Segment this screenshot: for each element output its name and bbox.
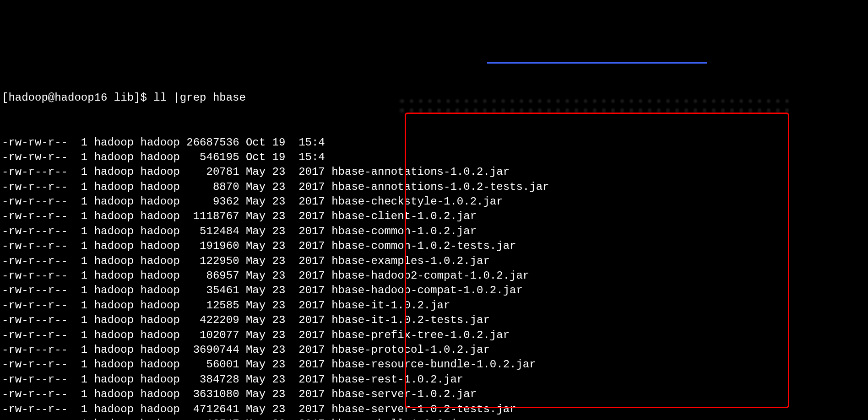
file-permissions: -rw-r--r--	[2, 418, 68, 420]
file-row: -rw-r--r-- 1 hadoop hadoop 35461 May 23 …	[2, 283, 866, 298]
file-group: hadoop	[134, 210, 180, 222]
file-permissions: -rw-r--r--	[2, 210, 68, 222]
file-owner: hadoop	[87, 418, 134, 420]
file-row: -rw-r--r-- 1 hadoop hadoop 12585 May 23 …	[2, 298, 866, 313]
file-month: May	[239, 388, 266, 400]
file-day: 23	[266, 225, 285, 237]
file-name: hbase-annotations-1.0.2-tests.jar	[325, 181, 549, 193]
file-owner: hadoop	[87, 269, 134, 282]
file-row: -rw-r--r-- 1 hadoop hadoop 191960 May 23…	[2, 239, 866, 253]
file-group: hadoop	[134, 166, 180, 178]
file-permissions: -rw-r--r--	[2, 195, 68, 208]
file-size: 422209	[180, 314, 239, 326]
file-day: 23	[266, 373, 285, 386]
file-links: 1	[68, 314, 87, 326]
file-owner: hadoop	[87, 195, 134, 208]
file-size: 12585	[180, 299, 239, 312]
file-day: 23	[266, 314, 285, 326]
file-day: 19	[266, 136, 285, 149]
file-permissions: -rw-r--r--	[2, 299, 68, 312]
terminal-output: [hadoop@hadoop16 lib]$ ll |grep hbase -r…	[2, 61, 866, 420]
file-permissions: -rw-r--r--	[2, 314, 68, 326]
file-permissions: -rw-rw-r--	[2, 136, 68, 149]
file-row: -rw-r--r-- 1 hadoop hadoop 9362 May 23 2…	[2, 194, 866, 209]
file-row: -rw-r--r-- 1 hadoop hadoop 102077 May 23…	[2, 328, 866, 343]
file-owner: hadoop	[87, 166, 134, 178]
file-group: hadoop	[134, 418, 180, 420]
file-row: -rw-r--r-- 1 hadoop hadoop 512484 May 23…	[2, 224, 866, 239]
file-name: hbase-checkstyle-1.0.2.jar	[325, 195, 503, 208]
file-links: 1	[68, 210, 87, 222]
file-group: hadoop	[134, 136, 180, 149]
file-month: May	[239, 284, 266, 296]
file-row: -rw-r--r-- 1 hadoop hadoop 20781 May 23 …	[2, 165, 866, 179]
file-permissions: -rw-r--r--	[2, 344, 68, 356]
file-month: May	[239, 195, 266, 208]
file-time: 2017	[285, 284, 325, 296]
file-day: 23	[266, 166, 285, 178]
file-group: hadoop	[134, 314, 180, 326]
file-row: -rw-r--r-- 1 hadoop hadoop 12547 May 23 …	[2, 417, 866, 420]
file-name: hbase-prefix-tree-1.0.2.jar	[325, 329, 510, 341]
file-month: May	[239, 255, 266, 267]
file-name: hbase-hadoop-compat-1.0.2.jar	[325, 284, 523, 296]
file-name: hbase-hadoop2-compat-1.0.2.jar	[325, 269, 529, 282]
file-group: hadoop	[134, 269, 180, 282]
file-links: 1	[68, 136, 87, 149]
file-links: 1	[68, 240, 87, 252]
file-day: 19	[266, 151, 285, 163]
file-time: 2017	[285, 314, 325, 326]
file-row: -rw-r--r-- 1 hadoop hadoop 8870 May 23 2…	[2, 180, 866, 194]
file-links: 1	[68, 418, 87, 420]
file-links: 1	[68, 166, 87, 178]
file-links: 1	[68, 358, 87, 371]
file-owner: hadoop	[87, 151, 134, 163]
file-group: hadoop	[134, 299, 180, 312]
annotation-underline	[487, 62, 707, 64]
file-day: 23	[266, 388, 285, 400]
file-owner: hadoop	[87, 210, 134, 222]
file-owner: hadoop	[87, 314, 134, 326]
file-time: 2017	[285, 373, 325, 386]
file-group: hadoop	[134, 181, 180, 193]
file-owner: hadoop	[87, 388, 134, 400]
file-month: Oct	[239, 136, 266, 149]
file-owner: hadoop	[87, 299, 134, 312]
file-time: 15:4	[285, 136, 325, 149]
file-permissions: -rw-r--r--	[2, 388, 68, 400]
file-size: 384728	[180, 373, 239, 386]
file-group: hadoop	[134, 284, 180, 296]
file-row: -rw-r--r-- 1 hadoop hadoop 122950 May 23…	[2, 254, 866, 269]
file-size: 546195	[180, 151, 239, 163]
censored-area-2	[400, 97, 794, 113]
file-links: 1	[68, 403, 87, 415]
file-time: 2017	[285, 403, 325, 415]
file-month: May	[239, 358, 266, 371]
file-owner: hadoop	[87, 358, 134, 371]
file-row: -rw-r--r-- 1 hadoop hadoop 3690744 May 2…	[2, 343, 866, 357]
file-day: 23	[266, 403, 285, 415]
file-month: May	[239, 329, 266, 341]
file-size: 56001	[180, 358, 239, 371]
file-links: 1	[68, 329, 87, 341]
file-size: 8870	[180, 181, 239, 193]
file-month: May	[239, 269, 266, 282]
file-month: May	[239, 418, 266, 420]
file-day: 23	[266, 269, 285, 282]
file-name: hbase-examples-1.0.2.jar	[325, 255, 490, 267]
file-name: hbase-client-1.0.2.jar	[325, 210, 477, 222]
file-name: hbase-resource-bundle-1.0.2.jar	[325, 358, 536, 371]
file-name: hbase-it-1.0.2.jar	[325, 299, 450, 312]
file-links: 1	[68, 284, 87, 296]
file-group: hadoop	[134, 403, 180, 415]
file-row: -rw-rw-r-- 1 hadoop hadoop 26687536 Oct …	[2, 135, 866, 150]
file-group: hadoop	[134, 225, 180, 237]
file-name: hbase-rest-1.0.2.jar	[325, 373, 463, 386]
file-size: 35461	[180, 284, 239, 296]
file-links: 1	[68, 269, 87, 282]
file-time: 2017	[285, 225, 325, 237]
file-group: hadoop	[134, 329, 180, 341]
file-time: 2017	[285, 181, 325, 193]
file-day: 23	[266, 284, 285, 296]
file-day: 23	[266, 358, 285, 371]
